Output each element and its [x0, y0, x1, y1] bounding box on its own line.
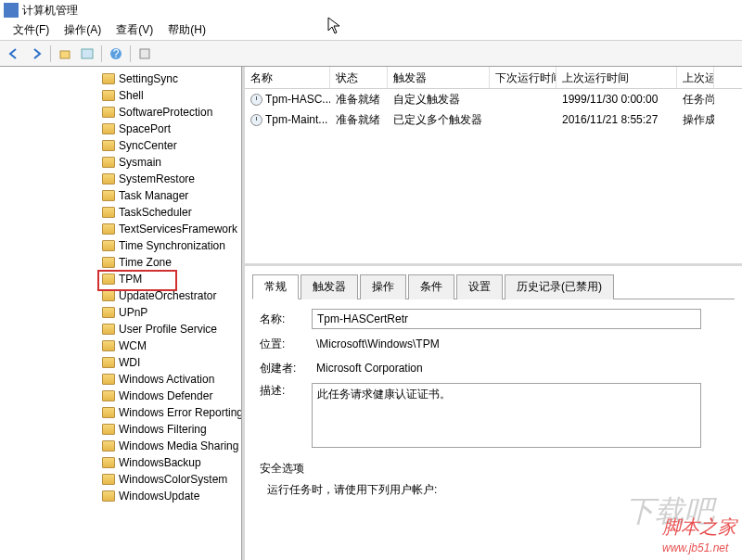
tree-item[interactable]: Windows Error Reporting: [0, 404, 241, 421]
tree-item[interactable]: WindowsBackup: [0, 454, 241, 471]
window-title: 计算机管理: [22, 3, 78, 19]
tree-label: WCM: [119, 339, 147, 352]
tree-item[interactable]: SystemRestore: [0, 171, 241, 187]
name-field[interactable]: Tpm-HASCertRetr: [312, 309, 701, 329]
tree-item[interactable]: WindowsUpdate: [0, 488, 241, 504]
tree-label: User Profile Service: [119, 323, 217, 336]
tree-item[interactable]: Shell: [0, 87, 241, 104]
tree-label: TPM: [119, 273, 142, 286]
col-last[interactable]: 上次运行时间: [556, 67, 677, 88]
tree-item[interactable]: User Profile Service: [0, 321, 241, 337]
tree-label: WindowsColorSystem: [119, 473, 227, 486]
tree-item[interactable]: SoftwareProtection: [0, 104, 241, 121]
tab-conditions[interactable]: 条件: [408, 274, 454, 299]
refresh-button[interactable]: [134, 44, 155, 64]
location-value: \Microsoft\Windows\TPM: [312, 335, 444, 353]
forward-button[interactable]: [26, 44, 46, 64]
folder-icon: [102, 340, 115, 351]
menu-view[interactable]: 查看(V): [109, 22, 160, 38]
tree-item[interactable]: UPnP: [0, 304, 241, 321]
folder-icon: [102, 240, 115, 251]
folder-icon: [102, 107, 115, 118]
titlebar: 计算机管理: [0, 0, 742, 20]
folder-icon: [102, 374, 115, 385]
col-status[interactable]: 状态: [330, 67, 388, 88]
tab-settings[interactable]: 设置: [456, 274, 503, 299]
separator: [130, 45, 131, 62]
folder-icon: [102, 190, 115, 201]
tree-item[interactable]: SpacePort: [0, 121, 241, 137]
help-button[interactable]: ?: [106, 44, 126, 64]
col-trigger[interactable]: 触发器: [388, 67, 490, 88]
tree-item[interactable]: TextServicesFramework: [0, 221, 241, 237]
menu-help[interactable]: 帮助(H): [160, 22, 213, 38]
location-label: 位置:: [260, 337, 312, 352]
folder-icon: [102, 223, 115, 235]
tree-label: SoftwareProtection: [119, 106, 212, 119]
tree-item[interactable]: Windows Activation: [0, 371, 241, 388]
col-name[interactable]: 名称: [245, 67, 330, 88]
cell: 已定义多个触发器: [388, 110, 490, 130]
separator: [50, 45, 51, 62]
task-list[interactable]: 名称 状态 触发器 下次运行时间 上次运行时间 上次运行结果 Tpm-HASC.…: [245, 67, 742, 266]
folder-icon: [102, 73, 115, 84]
back-button[interactable]: [4, 44, 24, 64]
tree-item[interactable]: Windows Media Sharing: [0, 438, 241, 454]
tab-triggers[interactable]: 触发器: [301, 274, 358, 299]
tab-general[interactable]: 常规: [252, 274, 299, 299]
tree-label: SettingSync: [119, 72, 178, 85]
tree-item[interactable]: Time Zone: [0, 254, 241, 271]
tab-actions[interactable]: 操作: [360, 274, 406, 299]
tree-item[interactable]: WindowsColorSystem: [0, 471, 241, 488]
tree-item[interactable]: UpdateOrchestrator: [0, 287, 241, 304]
tree-item[interactable]: SyncCenter: [0, 137, 241, 154]
tree-label: Windows Filtering: [119, 423, 207, 436]
tree-item[interactable]: TaskScheduler: [0, 204, 241, 221]
toolbar: ?: [0, 41, 742, 67]
author-value: Microsoft Corporation: [312, 359, 428, 377]
task-row[interactable]: Tpm-Maint...准备就绪已定义多个触发器2016/11/21 8:55:…: [245, 109, 742, 130]
cell: 自定义触发器: [388, 90, 490, 109]
cell: 操作成功: [677, 110, 714, 130]
tree-item[interactable]: WCM: [0, 337, 241, 354]
desc-label: 描述:: [260, 383, 312, 399]
task-row[interactable]: Tpm-HASC...准备就绪自定义触发器1999/11/30 0:00:00任…: [245, 89, 742, 109]
cell: [490, 118, 556, 121]
folder-icon: [102, 207, 115, 218]
tree-item[interactable]: Windows Defender: [0, 388, 241, 404]
tree-label: TextServicesFramework: [119, 223, 237, 235]
cell: Tpm-Maint...: [245, 111, 330, 128]
tree-label: Shell: [119, 89, 144, 102]
folder-icon: [102, 407, 115, 418]
tree-item[interactable]: Windows Filtering: [0, 421, 241, 438]
tree-item[interactable]: SettingSync: [0, 70, 241, 87]
tree-panel[interactable]: SettingSyncShellSoftwareProtectionSpaceP…: [0, 67, 242, 560]
desc-field[interactable]: 此任务请求健康认证证书。: [312, 383, 701, 448]
tree-label: WindowsUpdate: [119, 490, 199, 503]
tree-item[interactable]: Task Manager: [0, 187, 241, 204]
security-label: 安全选项: [260, 461, 727, 477]
folder-icon: [102, 140, 115, 151]
tree-label: Sysmain: [119, 156, 161, 169]
tree-item[interactable]: WDI: [0, 354, 241, 371]
folder-icon: [102, 424, 115, 435]
tree-item[interactable]: TPM: [0, 271, 241, 287]
clock-icon: [250, 94, 262, 106]
col-next[interactable]: 下次运行时间: [490, 67, 556, 88]
col-result[interactable]: 上次运行结果: [677, 67, 714, 88]
folder-icon: [102, 324, 115, 335]
folder-icon: [102, 290, 115, 301]
show-hide-button[interactable]: [77, 44, 97, 64]
cell: 准备就绪: [330, 110, 388, 130]
cell: [490, 97, 556, 101]
tab-history[interactable]: 历史记录(已禁用): [505, 274, 614, 299]
tree-item[interactable]: Sysmain: [0, 154, 241, 171]
folder-icon: [102, 490, 115, 502]
tree-item[interactable]: Time Synchronization: [0, 237, 241, 254]
up-button[interactable]: [55, 44, 75, 64]
menu-action[interactable]: 操作(A): [57, 22, 109, 38]
author-label: 创建者:: [260, 361, 312, 376]
tree-label: SyncCenter: [119, 139, 177, 152]
svg-rect-4: [140, 49, 149, 58]
menu-file[interactable]: 文件(F): [6, 22, 57, 38]
